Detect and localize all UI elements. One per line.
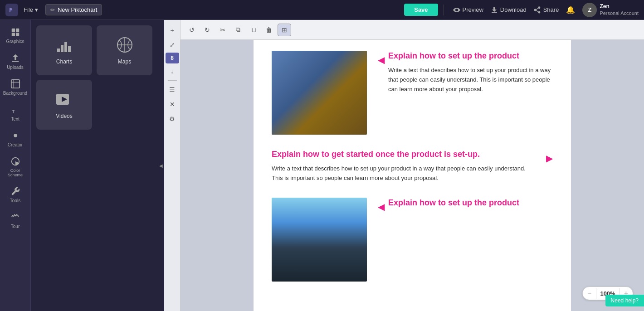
document-title[interactable]: ✏ New Piktochart (45, 4, 102, 15)
file-menu[interactable]: File ▾ (24, 6, 38, 13)
content-block-2: Explain how to get started once the prod… (272, 149, 553, 183)
svg-rect-3 (11, 33, 15, 36)
canvas-area[interactable]: ↺ ↻ ✂ ⧉ ⊔ 🗑 ⊞ ◀ Explain how to set up th… (181, 20, 644, 311)
svg-rect-9 (57, 49, 60, 52)
settings-button[interactable]: ⚙ (166, 112, 179, 126)
move-down-button[interactable]: ↓ (166, 64, 179, 78)
svg-text:T: T (12, 109, 15, 114)
svg-rect-2 (15, 29, 19, 32)
panel-grid: Charts Maps Videos (36, 25, 152, 130)
content-panel: Charts Maps Videos (31, 20, 158, 311)
block2-heading: Explain how to get started once the prod… (272, 149, 535, 160)
block1-text: Explain how to set up the product Write … (388, 51, 553, 94)
app-logo (5, 4, 18, 16)
svg-rect-4 (15, 33, 19, 36)
sidebar-item-text[interactable]: T Text (1, 101, 30, 125)
vertical-toolbar: + ⤢ 8 ↓ ☰ ✕ ⚙ (164, 20, 181, 311)
redo-button[interactable]: ↻ (200, 24, 214, 36)
horizontal-toolbar: ↺ ↻ ✂ ⧉ ⊔ 🗑 ⊞ (181, 20, 644, 40)
svg-rect-1 (11, 29, 15, 32)
list-button[interactable]: ☰ (166, 83, 179, 97)
sidebar-item-color-scheme[interactable]: Color Scheme (1, 153, 30, 181)
left-sidebar: Graphics Uploads Background T Text Creat… (0, 20, 31, 311)
expand-button[interactable]: ⤢ (166, 38, 179, 52)
divider (444, 5, 444, 15)
arrow-left-1: ◀ (378, 54, 385, 65)
edit-icon: ✏ (50, 7, 55, 13)
panel-card-charts[interactable]: Charts (36, 25, 92, 75)
svg-rect-5 (11, 80, 19, 88)
block1-body: Write a text that describes how to set u… (388, 66, 553, 94)
notifications-bell[interactable]: 🔔 (566, 5, 575, 14)
sidebar-item-tools[interactable]: Tools (1, 183, 30, 207)
sidebar-item-background[interactable]: Background (1, 75, 30, 99)
toolbar-divider (168, 80, 177, 81)
panel-card-videos[interactable]: Videos (36, 80, 92, 130)
section-badge: 8 (166, 53, 179, 63)
sidebar-item-creator[interactable]: Creator (1, 127, 30, 151)
block2-body: Write a text that describes how to set u… (272, 164, 535, 183)
svg-point-7 (14, 134, 17, 137)
canvas-content: ◀ Explain how to set up the product Writ… (254, 40, 571, 311)
main-area: Graphics Uploads Background T Text Creat… (0, 20, 644, 311)
arrow-left-3: ◀ (378, 201, 385, 212)
avatar[interactable]: Z (582, 3, 597, 17)
arrow-right-2: ▶ (546, 153, 553, 164)
add-section-button[interactable]: + (166, 24, 179, 37)
save-button[interactable]: Save (404, 4, 438, 16)
user-info: Zen Personal Account (600, 3, 639, 17)
block2-text: Explain how to get started once the prod… (272, 149, 535, 183)
cut-button[interactable]: ✂ (216, 24, 229, 36)
block3-heading: Explain how to set up the product (388, 198, 553, 208)
svg-rect-10 (61, 45, 63, 52)
share-button[interactable]: Share (534, 6, 559, 14)
grid-button[interactable]: ⊞ (278, 24, 291, 36)
content-block-1: ◀ Explain how to set up the product Writ… (272, 51, 553, 135)
svg-rect-11 (64, 42, 67, 52)
preview-button[interactable]: Preview (453, 6, 483, 14)
delete-button[interactable]: 🗑 (262, 24, 276, 36)
panel-collapse-handle[interactable]: ◀ (158, 20, 164, 311)
download-button[interactable]: Download (491, 6, 527, 14)
close-button[interactable]: ✕ (166, 97, 179, 111)
product-image-1 (272, 51, 367, 135)
copy-button[interactable]: ⧉ (231, 24, 245, 36)
sidebar-item-graphics[interactable]: Graphics (1, 24, 30, 48)
zoom-out-button[interactable]: − (583, 287, 596, 300)
block3-text: Explain how to set up the product (388, 198, 553, 213)
need-help-button[interactable]: Need help? (605, 295, 644, 306)
sidebar-item-tour[interactable]: Tour (1, 209, 30, 233)
topnav: File ▾ ✏ New Piktochart Save Preview Dow… (0, 0, 644, 20)
undo-button[interactable]: ↺ (185, 24, 199, 36)
content-block-3: ◀ Explain how to set up the product (272, 198, 553, 282)
panel-card-maps[interactable]: Maps (97, 25, 152, 75)
paste-button[interactable]: ⊔ (247, 24, 260, 36)
block1-heading: Explain how to set up the product (388, 51, 553, 61)
sidebar-item-uploads[interactable]: Uploads (1, 49, 30, 73)
product-image-3 (272, 198, 367, 282)
svg-rect-12 (68, 46, 71, 52)
